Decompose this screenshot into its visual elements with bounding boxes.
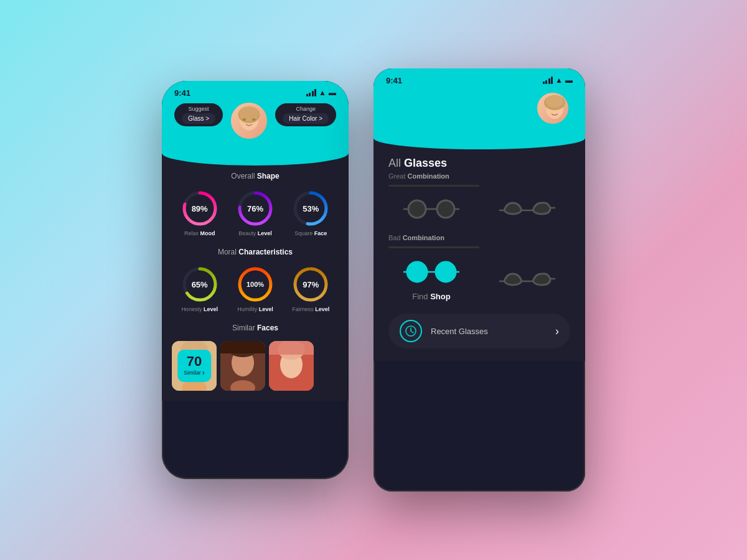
phone-avatar (229, 101, 269, 141)
svg-rect-25 (220, 341, 265, 353)
tablet-app-body: All Glasses Great Combination (374, 138, 585, 361)
square-face-circle: 53% (291, 189, 330, 228)
faces-row: 70 Similar › (172, 341, 339, 391)
glasses-cat-bad[interactable] (484, 268, 570, 292)
find-shop-label: Find Shop (412, 292, 450, 301)
great-divider (388, 185, 479, 187)
phone-device: 9:41 ▲ ▬ Suggest Glass > (162, 81, 349, 479)
moral-characteristics-section: Moral Characteristics (172, 248, 339, 312)
face-thumb-1[interactable]: 70 Similar › (172, 341, 217, 391)
relax-mood-label: Relax Mood (184, 230, 215, 236)
beauty-level-value: 76% (247, 204, 263, 213)
tablet-time: 9:41 (386, 76, 402, 85)
signal-icon (306, 89, 317, 96)
tablet-signal-icon (543, 77, 553, 84)
svg-rect-30 (269, 341, 314, 355)
bad-combination-section: Bad Combination (388, 234, 570, 301)
suggest-label: Suggest (189, 106, 209, 112)
svg-point-34 (408, 200, 426, 218)
honesty-label: Honesty Level (181, 306, 218, 312)
phone-time: 9:41 (174, 88, 190, 98)
recent-glasses-bar[interactable]: Recent Glasses › (388, 314, 570, 348)
svg-point-35 (437, 200, 454, 218)
square-face-value: 53% (303, 204, 319, 213)
similar-badge[interactable]: 70 Similar › (177, 350, 211, 382)
humility-circle: 100% (236, 265, 275, 304)
suggest-glass-button[interactable]: Glass > (182, 113, 215, 124)
change-hair-section: Change Hair Color > (275, 103, 336, 126)
tablet-battery-icon: ▬ (565, 76, 573, 85)
bad-glasses-row: Find Shop (388, 258, 570, 301)
battery-icon: ▬ (329, 88, 336, 97)
relax-mood-circle: 89% (181, 189, 219, 228)
recent-glasses-icon (400, 320, 422, 342)
bad-divider (388, 246, 479, 248)
recent-glasses-label: Recent Glasses (431, 327, 547, 336)
moral-metrics: 65% Honesty Level (172, 265, 339, 312)
phone-app-body: Overall Shape (162, 153, 349, 401)
all-glasses-title: All Glasses (388, 157, 570, 170)
similar-arrow-icon: › (202, 368, 205, 377)
wifi-icon: ▲ (319, 88, 326, 97)
square-face-metric: 53% Square Face (291, 189, 330, 236)
glasses-teal-highlighted[interactable]: Find Shop (388, 258, 474, 301)
beauty-level-label: Beauty Level (238, 230, 272, 236)
great-combination-section: Great Combination (388, 172, 570, 222)
honesty-value: 65% (192, 280, 208, 289)
moral-title: Moral Characteristics (172, 248, 339, 256)
face-thumb-2[interactable] (220, 341, 265, 391)
tablet-header (374, 91, 585, 138)
honesty-metric: 65% Honesty Level (181, 265, 219, 312)
change-label: Change (296, 106, 316, 112)
similar-faces-title: Similar Faces (172, 324, 339, 332)
svg-point-42 (407, 262, 427, 282)
beauty-level-circle: 76% (236, 189, 275, 228)
humility-metric: 100% Humility Level (236, 265, 275, 312)
overall-shape-metrics: 89% Relax Mood (172, 189, 339, 236)
suggest-glass-section: Suggest Glass > (174, 103, 223, 126)
recent-glasses-arrow-icon: › (555, 325, 559, 338)
svg-point-43 (436, 262, 456, 282)
phone-status-bar: 9:41 ▲ ▬ (162, 81, 349, 103)
fairness-value: 97% (303, 280, 319, 289)
humility-value: 100% (247, 281, 264, 288)
glasses-round-dark[interactable] (388, 197, 474, 222)
face-thumb-3[interactable] (269, 341, 314, 391)
tablet-status-icons: ▲ ▬ (543, 76, 573, 85)
svg-point-33 (546, 95, 563, 108)
beauty-level-metric: 76% Beauty Level (236, 189, 275, 236)
tablet-avatar (535, 91, 570, 126)
bad-combination-label: Bad Combination (388, 234, 570, 241)
tablet-wifi-icon: ▲ (555, 76, 563, 85)
phone-header: Suggest Glass > Change (162, 103, 349, 153)
honesty-circle: 65% (181, 265, 219, 304)
tablet-status-bar: 9:41 ▲ ▬ (374, 68, 585, 91)
relax-mood-value: 89% (192, 204, 208, 213)
phone-avatar-container (229, 101, 269, 141)
great-combination-label: Great Combination (388, 172, 570, 180)
humility-label: Humility Level (237, 306, 273, 312)
tablet-device: 9:41 ▲ ▬ All Glasses (374, 68, 585, 492)
fairness-metric: 97% Fairness Level (291, 265, 330, 312)
square-face-label: Square Face (294, 230, 327, 236)
similar-faces-section: Similar Faces 70 (172, 324, 339, 391)
fairness-label: Fairness Level (292, 306, 329, 312)
svg-line-52 (411, 331, 413, 333)
change-hair-button[interactable]: Hair Color > (283, 113, 329, 124)
relax-mood-metric: 89% Relax Mood (181, 189, 219, 236)
glasses-cat-dark[interactable] (484, 197, 570, 222)
phone-status-icons: ▲ ▬ (306, 88, 336, 97)
overall-shape-title: Overall Shape (172, 172, 339, 180)
great-glasses-row (388, 197, 570, 222)
fairness-circle: 97% (291, 265, 330, 304)
svg-point-5 (240, 108, 259, 119)
